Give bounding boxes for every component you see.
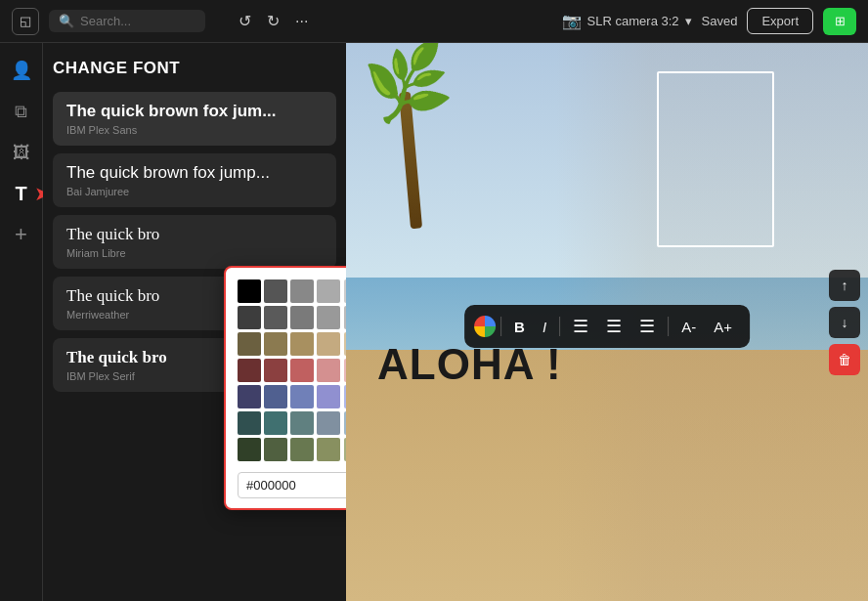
search-input[interactable] bbox=[80, 14, 197, 28]
color-swatch[interactable] bbox=[317, 359, 340, 382]
font-preview-ibm-plex-sans: The quick brown fox jum... bbox=[66, 102, 323, 121]
sidebar-item-add[interactable]: + bbox=[4, 217, 39, 252]
app-logo[interactable]: ◱ bbox=[12, 8, 39, 35]
color-swatch[interactable] bbox=[317, 385, 340, 408]
color-swatch[interactable] bbox=[238, 359, 261, 382]
color-swatch[interactable] bbox=[317, 411, 340, 435]
canvas-image: 🌿 ALOHA ! B I ☰ ☰ ☰ A- A+ bbox=[346, 43, 868, 601]
more-options-button[interactable]: ··· bbox=[291, 9, 312, 34]
font-panel: CHANGE FONT The quick brown fox jum... I… bbox=[43, 43, 346, 601]
move-down-button[interactable]: ↓ bbox=[829, 307, 860, 338]
font-preview-bai-jamjuree: The quick brown fox jump... bbox=[66, 163, 323, 183]
color-hex-row bbox=[238, 471, 346, 498]
color-swatch-grid bbox=[238, 279, 346, 461]
color-swatch[interactable] bbox=[344, 411, 346, 435]
user-avatar-button[interactable]: ⊞ bbox=[823, 8, 856, 35]
color-swatch[interactable] bbox=[344, 385, 346, 408]
color-swatch[interactable] bbox=[238, 306, 261, 329]
camera-label: SLR camera 3:2 bbox=[587, 14, 679, 28]
color-swatch[interactable] bbox=[264, 279, 287, 303]
color-swatch[interactable] bbox=[290, 332, 314, 356]
export-button[interactable]: Export bbox=[747, 8, 813, 34]
color-swatch[interactable] bbox=[238, 385, 261, 408]
color-swatch[interactable] bbox=[290, 359, 314, 382]
topbar-actions: ↺ ↻ ··· bbox=[235, 8, 312, 34]
color-swatch[interactable] bbox=[264, 359, 287, 382]
sidebar-item-text[interactable]: T ➤ bbox=[4, 176, 39, 211]
search-bar[interactable]: 🔍 bbox=[49, 10, 205, 32]
color-swatch[interactable] bbox=[264, 332, 287, 356]
font-item-bai-jamjuree[interactable]: The quick brown fox jump... Bai Jamjuree bbox=[53, 153, 336, 207]
color-swatch[interactable] bbox=[344, 279, 346, 303]
sidebar-icons: 👤 ⧉ 🖼 T ➤ + bbox=[0, 43, 43, 601]
selection-box bbox=[657, 71, 774, 247]
profile-icon: 👤 bbox=[11, 60, 32, 81]
undo-button[interactable]: ↺ bbox=[235, 8, 255, 34]
right-float-buttons: ↑ ↓ 🗑 bbox=[829, 270, 860, 375]
font-item-ibm-plex-sans[interactable]: The quick brown fox jum... IBM Plex Sans bbox=[53, 92, 336, 146]
color-swatch[interactable] bbox=[238, 332, 261, 356]
color-swatch[interactable] bbox=[290, 411, 314, 435]
camera-selector[interactable]: 📷 SLR camera 3:2 ▾ bbox=[562, 12, 692, 30]
color-hex-input[interactable] bbox=[238, 472, 346, 498]
color-swatch[interactable] bbox=[344, 359, 346, 382]
logo-icon: ◱ bbox=[20, 14, 31, 28]
font-name-ibm-plex-sans: IBM Plex Sans bbox=[66, 124, 323, 136]
search-icon: 🔍 bbox=[59, 14, 74, 28]
align-center-button[interactable]: ☰ bbox=[598, 311, 629, 342]
color-swatch[interactable] bbox=[344, 332, 346, 356]
color-swatch[interactable] bbox=[238, 411, 261, 435]
toolbar-separator-2 bbox=[559, 317, 560, 336]
color-swatch[interactable] bbox=[344, 438, 346, 461]
align-left-button[interactable]: ☰ bbox=[565, 311, 596, 342]
bold-button[interactable]: B bbox=[506, 314, 533, 340]
color-swatch[interactable] bbox=[264, 438, 287, 461]
color-swatch[interactable] bbox=[290, 306, 314, 329]
align-right-button[interactable]: ☰ bbox=[631, 311, 663, 342]
color-swatch[interactable] bbox=[317, 332, 340, 356]
canvas-area[interactable]: 🌿 ALOHA ! B I ☰ ☰ ☰ A- A+ bbox=[346, 43, 868, 601]
google-fonts-icon[interactable] bbox=[474, 316, 496, 337]
italic-button[interactable]: I bbox=[535, 314, 554, 340]
color-swatch[interactable] bbox=[264, 306, 287, 329]
color-swatch[interactable] bbox=[290, 385, 314, 408]
topbar: ◱ 🔍 ↺ ↻ ··· 📷 SLR camera 3:2 ▾ Saved Exp… bbox=[0, 0, 868, 43]
sidebar-item-layers[interactable]: ⧉ bbox=[4, 94, 39, 129]
text-formatting-toolbar: B I ☰ ☰ ☰ A- A+ bbox=[464, 305, 750, 348]
image-icon: 🖼 bbox=[13, 143, 30, 163]
delete-button[interactable]: 🗑 bbox=[829, 344, 860, 375]
add-icon: + bbox=[15, 222, 27, 247]
toolbar-separator-1 bbox=[500, 317, 501, 336]
toolbar-separator-3 bbox=[668, 317, 669, 336]
color-swatch[interactable] bbox=[264, 385, 287, 408]
redo-button[interactable]: ↻ bbox=[263, 8, 283, 34]
font-item-miriam-libre[interactable]: The quick bro Miriam Libre bbox=[53, 215, 336, 269]
sidebar-item-profile[interactable]: 👤 bbox=[4, 53, 39, 88]
font-panel-title: CHANGE FONT bbox=[53, 59, 336, 78]
color-swatch[interactable] bbox=[290, 438, 314, 461]
font-size-increase-button[interactable]: A+ bbox=[706, 314, 740, 340]
color-swatch[interactable] bbox=[317, 306, 340, 329]
color-swatch[interactable] bbox=[317, 438, 340, 461]
layers-icon: ⧉ bbox=[15, 102, 27, 122]
sidebar-item-image[interactable]: 🖼 bbox=[4, 135, 39, 170]
user-icon: ⊞ bbox=[835, 14, 846, 28]
color-swatch[interactable] bbox=[238, 279, 261, 303]
color-picker-popup bbox=[224, 266, 346, 510]
camera-icon: 📷 bbox=[562, 12, 582, 30]
text-icon: T bbox=[15, 183, 26, 205]
chevron-down-icon: ▾ bbox=[685, 14, 692, 28]
font-name-miriam-libre: Miriam Libre bbox=[66, 247, 323, 259]
color-swatch[interactable] bbox=[264, 411, 287, 435]
saved-status: Saved bbox=[702, 14, 738, 28]
font-size-decrease-button[interactable]: A- bbox=[673, 314, 704, 340]
font-name-bai-jamjuree: Bai Jamjuree bbox=[66, 186, 323, 197]
font-preview-miriam-libre: The quick bro bbox=[66, 225, 323, 244]
move-up-button[interactable]: ↑ bbox=[829, 270, 860, 301]
color-swatch[interactable] bbox=[317, 279, 340, 303]
color-swatch[interactable] bbox=[290, 279, 314, 303]
palm-tree: 🌿 bbox=[346, 43, 502, 258]
color-swatch[interactable] bbox=[344, 306, 346, 329]
main-layout: 👤 ⧉ 🖼 T ➤ + CHANGE FONT The quick brown … bbox=[0, 43, 868, 601]
color-swatch[interactable] bbox=[238, 438, 261, 461]
